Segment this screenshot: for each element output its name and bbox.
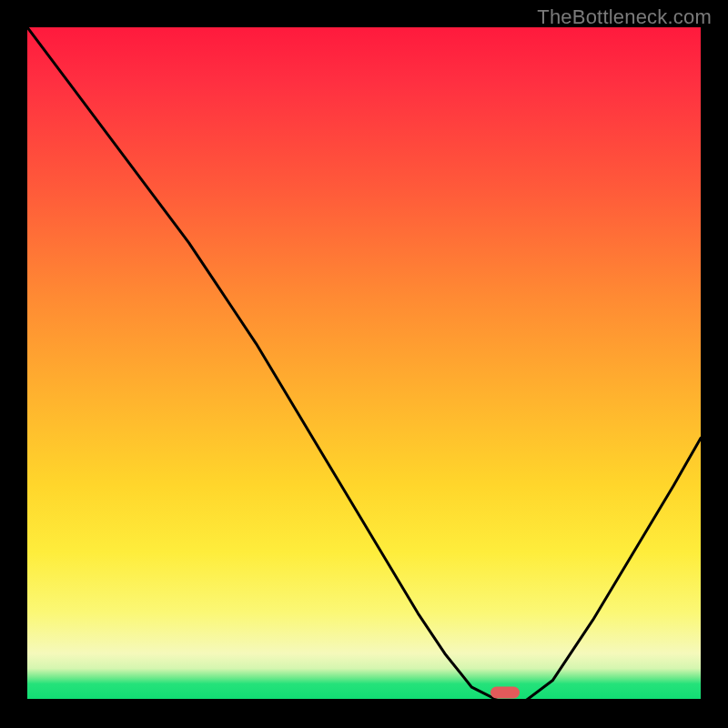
bottleneck-curve: [27, 27, 701, 701]
watermark-text: TheBottleneck.com: [537, 5, 712, 29]
plot-area: [27, 27, 701, 701]
x-axis-line: [27, 699, 701, 701]
optimal-marker: [490, 687, 520, 699]
